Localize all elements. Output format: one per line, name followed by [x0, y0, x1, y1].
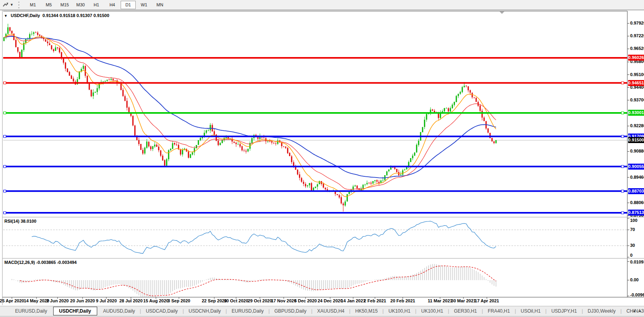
chart-tab-fra40-h1[interactable]: FRA40,H1: [483, 307, 515, 315]
tab-scroll-arrows[interactable]: ◂ ▸: [633, 309, 643, 313]
chart-tab-gbpusd-daily[interactable]: GBPUSD,Daily: [270, 307, 311, 315]
date-axis-label: 5 Dec 2020: [294, 298, 317, 303]
price-level-badge: 0.96026: [628, 55, 644, 61]
chart-tab-eurusd-daily[interactable]: EURUSD,Daily: [227, 307, 269, 315]
date-axis-label: 29 Oct 2020: [248, 298, 272, 303]
price-level-badge: 0.87513: [628, 210, 644, 216]
chart-tab-usdjpy-h1[interactable]: USDJPY,H1: [546, 307, 581, 315]
price-axis-tick: 0.92280: [630, 123, 644, 128]
date-axis-label: 24 Dec 2020: [318, 298, 343, 303]
date-axis-label: 30 Mar 2021: [451, 298, 476, 303]
chart-tab-bar: EURUSD,Daily|USDCHF,Daily|AUDUSD,Daily|U…: [0, 306, 644, 316]
rsi-axis-tick: 70: [630, 227, 635, 232]
date-axis-label: 28 Jul 2020: [119, 298, 143, 303]
price-axis-tick: 0.95100: [630, 72, 644, 77]
date-axis-label: 9 Jul 2020: [96, 298, 117, 303]
candlestick-series: [4, 24, 497, 212]
date-axis-label: 14 May 2020: [24, 298, 49, 303]
date-axis-label: 20 Jun 2020: [70, 298, 95, 303]
rsi-axis-tick: 30: [630, 243, 635, 248]
chart-tab-hk50-m15[interactable]: HK50,M15: [350, 307, 383, 315]
macd-axis-tick: 0.00: [630, 277, 638, 282]
chart-tab-usdcad-daily[interactable]: USDCAD,Daily: [141, 307, 183, 315]
date-axis-label: 2 Jun 2020: [46, 298, 69, 303]
price-axis-tick: 0.97220: [630, 33, 644, 38]
price-level-badge: 0.90055: [628, 164, 644, 170]
chart-tab-usdchf-daily[interactable]: USDCHF,Daily: [53, 307, 97, 315]
date-axis-label: 15 Aug 2020: [143, 298, 169, 303]
date-axis-label: 17 Nov 2020: [271, 298, 296, 303]
rsi-axis-tick: 100: [630, 218, 637, 223]
chart-tab-uk100-h1[interactable]: UK100,H1: [384, 307, 415, 315]
chart-tab-audusd-daily[interactable]: AUDUSD,Daily: [98, 307, 140, 315]
chart-canvas[interactable]: [0, 0, 644, 317]
chart-tab-usoil-h1[interactable]: USOil,H1: [516, 307, 545, 315]
price-axis-tick: 0.90880: [630, 149, 644, 153]
price-axis-tick: 0.97920: [630, 21, 644, 25]
chart-tab-dj30-weekly[interactable]: DJ30,Weekly: [583, 307, 620, 315]
price-axis-tick: 0.88060: [630, 200, 644, 205]
price-axis-tick: 0.89460: [630, 175, 644, 180]
price-level-badge: 0.93001: [628, 110, 644, 116]
date-axis-label: 25 Apr 2020: [0, 298, 24, 303]
chart-tab-ger30-h1[interactable]: GER30,H1: [449, 307, 482, 315]
price-level-badge: 0.94651: [628, 80, 644, 86]
mt4-application: ▼ M1M5M15M30H1H4D1W1MN ▼ USDCHF,Daily 0.…: [0, 0, 644, 317]
date-axis-label: 10 Oct 2020: [224, 298, 248, 303]
date-axis-label: 20 Feb 2021: [390, 298, 415, 303]
date-axis-label: 3 Sep 2020: [168, 298, 190, 303]
chart-tab-uk100-h1[interactable]: UK100,H1: [416, 307, 448, 315]
price-level-badge: 0.88703: [628, 188, 644, 194]
date-axis-label: 22 Sep 2020: [202, 298, 227, 303]
current-price-badge: 0.91500: [628, 137, 644, 143]
date-axis-label: 17 Apr 2021: [475, 298, 499, 303]
chart-tab-usdcnh-daily[interactable]: USDCNH,Daily: [184, 307, 225, 315]
chart-tab-eurusd-daily[interactable]: EURUSD,Daily: [10, 307, 52, 315]
chart-shift-marker: [500, 11, 504, 14]
macd-axis-tick: -0.009653: [630, 292, 644, 297]
rsi-series: [3, 221, 627, 254]
macd-series: [12, 264, 496, 298]
macd-axis-tick: 0.010933: [630, 260, 644, 264]
rsi-axis-tick: 0: [630, 253, 632, 258]
price-axis-tick: 0.93700: [630, 97, 644, 102]
date-axis-label: 14 Jan 2021: [341, 298, 365, 303]
date-axis-label: 11 Mar 2021: [428, 298, 452, 303]
date-axis-label: 2 Feb 2021: [364, 298, 386, 303]
chart-tab-xauusd-h4[interactable]: XAUUSD,H4: [312, 307, 349, 315]
price-axis-tick: 0.96520: [630, 46, 644, 51]
